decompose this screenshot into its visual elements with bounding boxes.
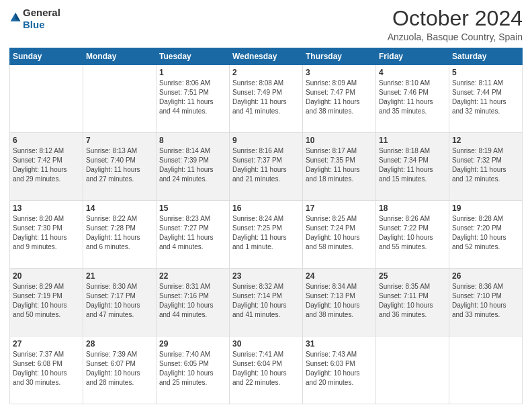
table-row: 7Sunrise: 8:13 AMSunset: 7:40 PMDaylight… [83,133,157,201]
calendar-week-row: 20Sunrise: 8:29 AMSunset: 7:19 PMDayligh… [10,269,523,336]
day-number: 14 [86,203,153,213]
day-number: 4 [379,68,446,77]
day-number: 17 [306,203,373,213]
day-info: Sunrise: 8:28 AMSunset: 7:20 PMDaylight:… [452,214,519,252]
logo-icon [9,11,21,24]
header: General Blue October 2024 Anzuola, Basqu… [9,7,523,42]
day-number: 26 [452,271,519,281]
day-info: Sunrise: 7:41 AMSunset: 6:04 PMDaylight:… [232,350,300,387]
day-info: Sunrise: 8:18 AMSunset: 7:34 PMDaylight:… [379,146,446,184]
day-number: 29 [159,339,226,349]
table-row: 30Sunrise: 7:41 AMSunset: 6:04 PMDayligh… [230,336,303,404]
table-row: 25Sunrise: 8:35 AMSunset: 7:11 PMDayligh… [376,269,449,336]
table-row: 26Sunrise: 8:36 AMSunset: 7:10 PMDayligh… [449,269,523,336]
day-info: Sunrise: 8:14 AMSunset: 7:39 PMDaylight:… [159,146,226,184]
table-row: 4Sunrise: 8:10 AMSunset: 7:46 PMDaylight… [376,65,449,133]
day-number: 8 [159,136,226,145]
day-info: Sunrise: 8:24 AMSunset: 7:25 PMDaylight:… [232,214,300,252]
day-info: Sunrise: 8:35 AMSunset: 7:11 PMDaylight:… [379,282,446,320]
header-wednesday: Wednesday [230,48,303,65]
day-info: Sunrise: 8:31 AMSunset: 7:16 PMDaylight:… [159,282,226,320]
table-row: 29Sunrise: 7:40 AMSunset: 6:05 PMDayligh… [157,336,230,404]
table-row: 10Sunrise: 8:17 AMSunset: 7:35 PMDayligh… [303,133,376,201]
day-number: 22 [159,271,226,281]
header-monday: Monday [83,48,157,65]
table-row: 17Sunrise: 8:25 AMSunset: 7:24 PMDayligh… [303,201,376,269]
table-row: 13Sunrise: 8:20 AMSunset: 7:30 PMDayligh… [10,201,83,269]
month-title: October 2024 [388,7,523,30]
table-row: 19Sunrise: 8:28 AMSunset: 7:20 PMDayligh… [449,201,523,269]
logo-text: General Blue [23,7,60,31]
day-info: Sunrise: 8:20 AMSunset: 7:30 PMDaylight:… [13,214,80,252]
table-row: 22Sunrise: 8:31 AMSunset: 7:16 PMDayligh… [157,269,230,336]
day-info: Sunrise: 7:37 AMSunset: 6:08 PMDaylight:… [13,350,80,387]
day-number: 11 [379,136,446,145]
logo-blue: Blue [23,19,45,30]
calendar-week-row: 6Sunrise: 8:12 AMSunset: 7:42 PMDaylight… [10,133,523,201]
day-info: Sunrise: 8:10 AMSunset: 7:46 PMDaylight:… [379,79,446,116]
day-info: Sunrise: 7:39 AMSunset: 6:07 PMDaylight:… [86,350,153,387]
day-number: 20 [13,271,80,281]
table-row [10,65,83,133]
header-tuesday: Tuesday [157,48,230,65]
table-row: 3Sunrise: 8:09 AMSunset: 7:47 PMDaylight… [303,65,376,133]
day-number: 25 [379,271,446,281]
day-number: 18 [379,203,446,213]
day-number: 3 [306,68,373,77]
day-info: Sunrise: 8:26 AMSunset: 7:22 PMDaylight:… [379,214,446,252]
day-info: Sunrise: 8:30 AMSunset: 7:17 PMDaylight:… [86,282,153,320]
table-row: 14Sunrise: 8:22 AMSunset: 7:28 PMDayligh… [83,201,157,269]
table-row: 28Sunrise: 7:39 AMSunset: 6:07 PMDayligh… [83,336,157,404]
day-number: 30 [232,339,300,349]
table-row: 15Sunrise: 8:23 AMSunset: 7:27 PMDayligh… [157,201,230,269]
header-thursday: Thursday [303,48,376,65]
page-container: General Blue October 2024 Anzuola, Basqu… [0,0,532,411]
header-sunday: Sunday [10,48,83,65]
day-number: 7 [86,136,153,145]
day-info: Sunrise: 8:23 AMSunset: 7:27 PMDaylight:… [159,214,226,252]
table-row: 2Sunrise: 8:08 AMSunset: 7:49 PMDaylight… [230,65,303,133]
logo: General Blue [9,7,60,31]
day-info: Sunrise: 8:13 AMSunset: 7:40 PMDaylight:… [86,146,153,184]
header-friday: Friday [376,48,449,65]
day-number: 13 [13,203,80,213]
table-row [83,65,157,133]
table-row: 27Sunrise: 7:37 AMSunset: 6:08 PMDayligh… [10,336,83,404]
location-title: Anzuola, Basque Country, Spain [388,32,523,42]
logo-general: General [23,7,60,18]
day-number: 16 [232,203,300,213]
day-number: 28 [86,339,153,349]
table-row: 16Sunrise: 8:24 AMSunset: 7:25 PMDayligh… [230,201,303,269]
day-info: Sunrise: 7:43 AMSunset: 6:03 PMDaylight:… [306,350,373,387]
day-info: Sunrise: 8:29 AMSunset: 7:19 PMDaylight:… [13,282,80,320]
table-row: 1Sunrise: 8:06 AMSunset: 7:51 PMDaylight… [157,65,230,133]
calendar-week-row: 1Sunrise: 8:06 AMSunset: 7:51 PMDaylight… [10,65,523,133]
day-info: Sunrise: 8:22 AMSunset: 7:28 PMDaylight:… [86,214,153,252]
day-info: Sunrise: 8:32 AMSunset: 7:14 PMDaylight:… [232,282,300,320]
header-saturday: Saturday [449,48,523,65]
table-row: 18Sunrise: 8:26 AMSunset: 7:22 PMDayligh… [376,201,449,269]
table-row: 21Sunrise: 8:30 AMSunset: 7:17 PMDayligh… [83,269,157,336]
table-row [376,336,449,404]
day-number: 21 [86,271,153,281]
table-row: 8Sunrise: 8:14 AMSunset: 7:39 PMDaylight… [157,133,230,201]
calendar-week-row: 13Sunrise: 8:20 AMSunset: 7:30 PMDayligh… [10,201,523,269]
day-info: Sunrise: 8:16 AMSunset: 7:37 PMDaylight:… [232,146,300,184]
day-number: 9 [232,136,300,145]
table-row [449,336,523,404]
table-row: 11Sunrise: 8:18 AMSunset: 7:34 PMDayligh… [376,133,449,201]
day-number: 1 [159,68,226,77]
day-number: 6 [13,136,80,145]
calendar-week-row: 27Sunrise: 7:37 AMSunset: 6:08 PMDayligh… [10,336,523,404]
weekday-header-row: Sunday Monday Tuesday Wednesday Thursday… [10,48,523,65]
day-number: 19 [452,203,519,213]
day-number: 10 [306,136,373,145]
table-row: 12Sunrise: 8:19 AMSunset: 7:32 PMDayligh… [449,133,523,201]
day-info: Sunrise: 8:09 AMSunset: 7:47 PMDaylight:… [306,79,373,116]
day-number: 2 [232,68,300,77]
table-row: 31Sunrise: 7:43 AMSunset: 6:03 PMDayligh… [303,336,376,404]
day-number: 31 [306,339,373,349]
table-row: 9Sunrise: 8:16 AMSunset: 7:37 PMDaylight… [230,133,303,201]
title-area: October 2024 Anzuola, Basque Country, Sp… [388,7,523,42]
table-row: 20Sunrise: 8:29 AMSunset: 7:19 PMDayligh… [10,269,83,336]
